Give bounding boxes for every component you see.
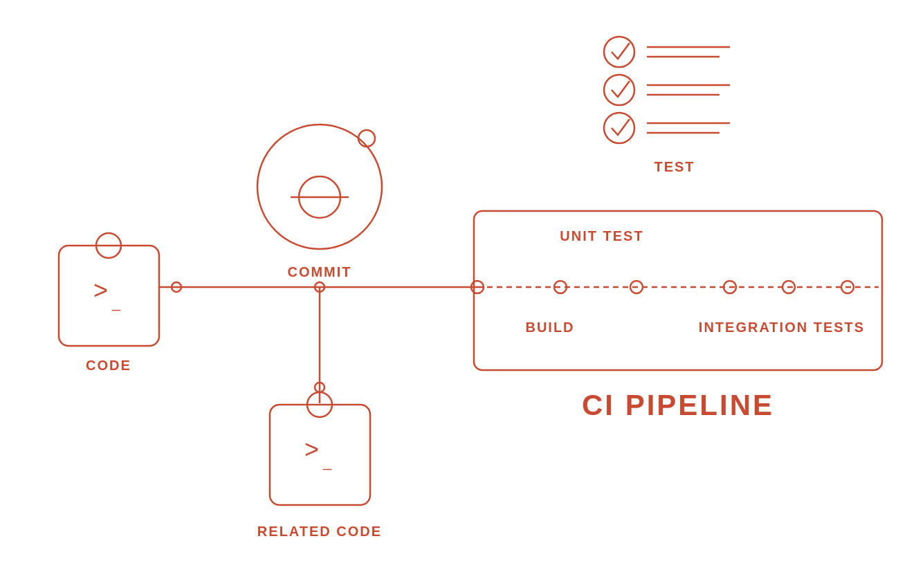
svg-point-18: [604, 113, 634, 143]
svg-point-5: [358, 130, 375, 147]
svg-point-4: [257, 125, 382, 249]
svg-text:_: _: [322, 453, 332, 470]
ci-pipeline-label: CI PIPELINE: [582, 389, 774, 421]
test-icon: [604, 37, 730, 143]
svg-rect-0: [59, 246, 159, 346]
code-label: CODE: [86, 358, 131, 373]
svg-text:_: _: [111, 294, 121, 311]
commit-icon: [257, 125, 382, 249]
unit-test-label: UNIT TEST: [560, 228, 643, 244]
integration-tests-label: INTEGRATION TESTS: [699, 320, 865, 335]
build-label: BUILD: [525, 320, 574, 335]
svg-point-12: [604, 37, 634, 67]
commit-label: COMMIT: [287, 264, 351, 279]
svg-rect-21: [474, 211, 882, 370]
code-icon: > _: [59, 233, 159, 346]
svg-text:>: >: [304, 435, 319, 463]
svg-rect-8: [270, 405, 370, 505]
svg-text:>: >: [93, 276, 108, 304]
svg-point-15: [604, 75, 634, 105]
diagram-container: .stroke-main { stroke: #C84B31; fill: no…: [0, 0, 916, 588]
related-code-icon: > _: [270, 392, 370, 505]
ci-pipeline-box: [474, 211, 882, 370]
test-label: TEST: [654, 159, 695, 174]
related-code-label: RELATED CODE: [257, 524, 382, 539]
